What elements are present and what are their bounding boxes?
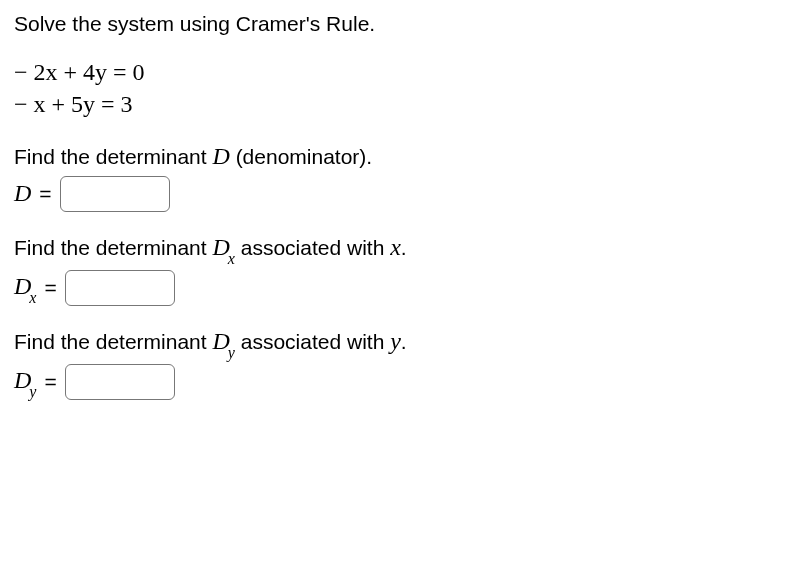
input-d[interactable]	[60, 176, 170, 212]
equals-dx: =	[44, 276, 56, 300]
row-d: D =	[14, 176, 778, 212]
prompt-dx: Find the determinant Dx associated with …	[14, 234, 778, 264]
prompt-d-post: (denominator).	[230, 145, 372, 168]
var-dy-sub: y	[228, 344, 235, 361]
equation-1: − 2x + 4y = 0	[14, 56, 778, 88]
prompt-dy-period: .	[401, 330, 407, 353]
prompt-dx-pre: Find the determinant	[14, 236, 212, 259]
row-dy: Dy =	[14, 364, 778, 400]
label-dy-sub: y	[29, 383, 36, 400]
prompt-d-pre: Find the determinant	[14, 145, 212, 168]
prompt-dy-pre: Find the determinant	[14, 330, 212, 353]
prompt-dx-period: .	[401, 236, 407, 259]
prompt-dx-post: associated with	[235, 236, 390, 259]
row-dx: Dx =	[14, 270, 778, 306]
equation-2: − x + 5y = 3	[14, 88, 778, 120]
equation-system: − 2x + 4y = 0 − x + 5y = 3	[14, 56, 778, 121]
prompt-dy-post: associated with	[235, 330, 390, 353]
equals-dy: =	[44, 370, 56, 394]
label-dx: Dx	[14, 273, 36, 303]
equals-d: =	[39, 182, 51, 206]
input-dy[interactable]	[65, 364, 175, 400]
label-d: D	[14, 180, 31, 207]
assoc-var-y: y	[390, 328, 401, 354]
label-d-var: D	[14, 180, 31, 206]
var-dx-sub: x	[228, 250, 235, 267]
prompt-d: Find the determinant D (denominator).	[14, 143, 778, 170]
input-dx[interactable]	[65, 270, 175, 306]
prompt-dy: Find the determinant Dy associated with …	[14, 328, 778, 358]
problem-title: Solve the system using Cramer's Rule.	[14, 12, 778, 36]
var-d: D	[212, 143, 229, 169]
label-dx-sub: x	[29, 289, 36, 306]
label-dy: Dy	[14, 367, 36, 397]
assoc-var-x: x	[390, 234, 401, 260]
